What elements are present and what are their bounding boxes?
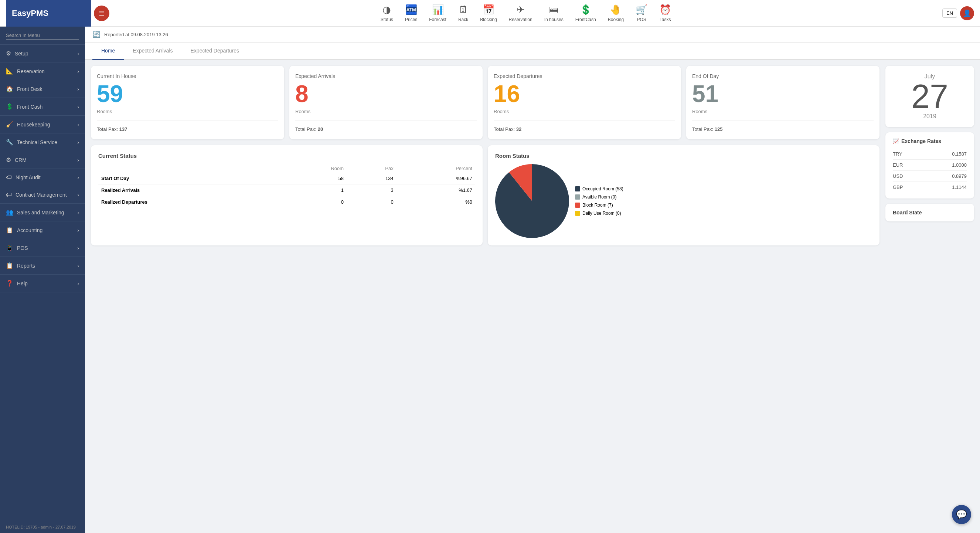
sidebar-item-sales-and-marketing[interactable]: 👥 Sales and Marketing › (0, 204, 85, 221)
nav-item-pos[interactable]: 🛒POS (631, 3, 652, 24)
tab-home[interactable]: Home (92, 43, 124, 60)
legend-label: Occupied Room (58) (582, 186, 624, 191)
stat-card-unit-end-of-day: Rooms (692, 109, 873, 114)
front-cash-sidebar-icon: 💲 (6, 103, 13, 110)
status-table-header: Pax (347, 164, 396, 173)
hamburger-button[interactable]: ☰ (94, 6, 110, 21)
tasks-nav-label: Tasks (660, 17, 671, 22)
board-state-card: Board State (885, 204, 974, 221)
sidebar-item-accounting[interactable]: 📋 Accounting › (0, 221, 85, 239)
search-input[interactable] (6, 31, 79, 40)
sidebar-item-label-reports: Reports (17, 263, 35, 269)
night-audit-sidebar-icon: 🏷 (6, 174, 12, 181)
current-status-card: Current Status RoomPaxPercentStart Of Da… (91, 145, 483, 245)
chevron-down-icon-crm: › (77, 157, 79, 163)
stat-card-expected-arrivals: Expected Arrivals 8 Rooms Total Pax: 20 (290, 66, 483, 139)
sidebar-item-setup[interactable]: ⚙ Setup › (0, 45, 85, 62)
currency-label-usd: USD (893, 173, 903, 179)
stat-card-pax-end-of-day: Total Pax: 125 (692, 126, 873, 132)
stat-card-number-current-in-house: 59 (97, 82, 278, 106)
cards-row: Current In House 59 Rooms Total Pax: 137… (91, 66, 880, 139)
sales-and-marketing-sidebar-icon: 👥 (6, 209, 13, 216)
status-table-cell: %1.67 (396, 185, 475, 196)
pie-legend-item: Occupied Room (58) (575, 186, 624, 191)
user-avatar[interactable]: 👤 (960, 6, 974, 20)
sidebar-item-label-contract-management: Contract Management (16, 192, 67, 198)
stat-card-number-expected-arrivals: 8 (295, 82, 477, 106)
legend-dot (575, 194, 580, 200)
tab-expected-arrivals[interactable]: Expected Arrivals (124, 43, 181, 60)
stat-card-title-end-of-day: End Of Day (692, 73, 873, 79)
nav-item-reservation[interactable]: ✈Reservation (504, 3, 537, 24)
chat-fab[interactable]: 💬 (952, 505, 971, 524)
sidebar-item-housekeeping[interactable]: 🧹 Housekeeping › (0, 116, 85, 134)
sidebar-item-label-accounting: Accounting (17, 228, 43, 233)
sidebar-item-night-audit[interactable]: 🏷 Night Audit › (0, 169, 85, 186)
sidebar-item-left-setup: ⚙ Setup (6, 50, 29, 57)
trend-icon: 📈 (893, 138, 899, 144)
pie-chart (495, 164, 569, 238)
sidebar-item-left-front-cash: 💲 Front Cash (6, 103, 43, 110)
language-button[interactable]: EN (942, 8, 957, 18)
reservation-nav-icon: ✈ (517, 4, 525, 16)
rack-nav-icon: 🗓 (458, 4, 468, 16)
nav-right: EN 👤 (942, 6, 974, 20)
pos-nav-label: POS (637, 17, 646, 22)
nav-item-status[interactable]: ◑Status (376, 3, 398, 24)
nav-item-rack[interactable]: 🗓Rack (454, 3, 473, 24)
sidebar-item-help[interactable]: ❓ Help › (0, 275, 85, 293)
sidebar-item-technical-service[interactable]: 🔧 Technical Service › (0, 134, 85, 151)
chevron-down-icon-accounting: › (77, 228, 79, 233)
legend-dot (575, 186, 580, 191)
stat-card-title-current-in-house: Current In House (97, 73, 278, 79)
current-status-title: Current Status (98, 153, 475, 159)
chevron-down-icon-setup: › (77, 51, 79, 57)
stat-card-number-expected-departures: 16 (494, 82, 675, 106)
content-grid: Current In House 59 Rooms Total Pax: 137… (85, 60, 980, 533)
stat-card-title-expected-arrivals: Expected Arrivals (295, 73, 477, 79)
status-table-cell: 58 (281, 173, 347, 185)
tab-expected-departures[interactable]: Expected Departures (182, 43, 248, 60)
sidebar-item-label-pos: POS (17, 245, 28, 251)
sidebar-item-reports[interactable]: 📋 Reports › (0, 257, 85, 275)
lower-row: Current Status RoomPaxPercentStart Of Da… (91, 145, 880, 245)
sidebar-item-front-desk[interactable]: 🏠 Front Desk › (0, 80, 85, 98)
sidebar-item-label-reservation: Reservation (17, 68, 45, 74)
refresh-icon[interactable]: 🔄 (92, 30, 100, 38)
nav-item-tasks[interactable]: ⏰Tasks (655, 3, 676, 24)
chevron-down-icon-sales-and-marketing: › (77, 210, 79, 215)
sidebar-item-left-reports: 📋 Reports (6, 262, 35, 269)
nav-item-forecast[interactable]: 📊Forecast (425, 3, 451, 24)
forecast-nav-label: Forecast (429, 17, 446, 22)
sidebar-item-contract-management[interactable]: 🏷 Contract Management › (0, 186, 85, 204)
stat-card-expected-departures: Expected Departures 16 Rooms Total Pax: … (488, 66, 681, 139)
forecast-nav-icon: 📊 (432, 4, 444, 16)
date-year: 2019 (893, 113, 967, 120)
sidebar-item-left-night-audit: 🏷 Night Audit (6, 174, 41, 181)
currency-value-eur: 1.0000 (952, 162, 967, 168)
sidebar-item-label-setup: Setup (15, 51, 29, 57)
right-panel: July 27 2019 📈 Exchange Rates TRY0.1587E… (885, 66, 974, 527)
stat-card-title-expected-departures: Expected Departures (494, 73, 675, 79)
nav-item-prices[interactable]: 🏧Prices (401, 3, 422, 24)
reservation-sidebar-icon: 📐 (6, 68, 13, 75)
nav-item-inhouses[interactable]: 🛏In houses (540, 3, 568, 24)
sidebar-footer: HOTELID: 19705 - admin - 27.07.2019 (0, 521, 85, 533)
sidebar-item-front-cash[interactable]: 💲 Front Cash › (0, 98, 85, 116)
nav-item-frontcash[interactable]: 💲FrontCash (571, 3, 600, 24)
sidebar-item-crm[interactable]: ⚙ CRM › (0, 151, 85, 169)
sidebar-item-pos[interactable]: 📱 POS › (0, 239, 85, 257)
pie-legend: Occupied Room (58)Avaible Room (0)Block … (575, 186, 624, 216)
sidebar-item-left-help: ❓ Help (6, 280, 28, 287)
stat-card-end-of-day: End Of Day 51 Rooms Total Pax: 125 (686, 66, 880, 139)
status-table-cell: %96.67 (396, 173, 475, 185)
status-table-header: Percent (396, 164, 475, 173)
board-state-title: Board State (893, 210, 967, 215)
nav-item-blocking[interactable]: 📅Blocking (476, 3, 501, 24)
sidebar-item-left-technical-service: 🔧 Technical Service (6, 138, 57, 146)
sidebar-item-reservation[interactable]: 📐 Reservation › (0, 62, 85, 80)
chevron-down-icon-front-desk: › (77, 86, 79, 92)
main-column: Current In House 59 Rooms Total Pax: 137… (91, 66, 880, 527)
nav-item-booking[interactable]: 🤚Booking (603, 3, 628, 24)
status-table-row: Start Of Day58134%96.67 (98, 173, 475, 185)
